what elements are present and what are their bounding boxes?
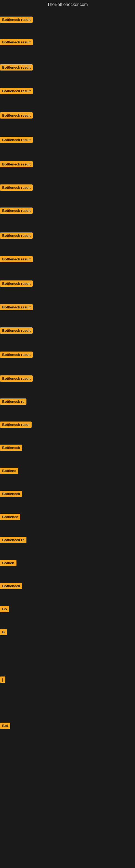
bottleneck-item-8: Bottleneck result	[0, 184, 33, 192]
bottleneck-item-24: Bottlen	[0, 560, 16, 567]
bottleneck-badge-19: Bottleneck	[0, 444, 22, 451]
bottleneck-badge-22: Bottlenec	[0, 514, 20, 520]
bottleneck-badge-24: Bottlen	[0, 560, 16, 566]
bottleneck-badge-13: Bottleneck result	[0, 304, 33, 310]
bottleneck-badge-9: Bottleneck result	[0, 208, 33, 214]
bottleneck-badge-27: B	[0, 629, 7, 635]
bottleneck-badge-10: Bottleneck result	[0, 232, 33, 239]
bottleneck-badge-16: Bottleneck result	[0, 375, 33, 382]
bottleneck-item-1: Bottleneck result	[0, 17, 33, 24]
bottleneck-item-3: Bottleneck result	[0, 64, 33, 72]
bottleneck-item-14: Bottleneck result	[0, 328, 33, 335]
bottleneck-item-19: Bottleneck	[0, 444, 22, 452]
bottleneck-item-7: Bottleneck result	[0, 161, 33, 168]
site-title: TheBottlenecker.com	[0, 0, 135, 9]
bottleneck-badge-4: Bottleneck result	[0, 88, 33, 94]
bottleneck-item-4: Bottleneck result	[0, 88, 33, 95]
bottleneck-item-29: |	[0, 677, 5, 684]
bottleneck-badge-29: |	[0, 677, 5, 683]
bottleneck-item-2: Bottleneck result	[0, 39, 33, 46]
bottleneck-item-12: Bottleneck result	[0, 280, 33, 288]
bottleneck-badge-2: Bottleneck result	[0, 39, 33, 45]
bottleneck-badge-12: Bottleneck result	[0, 280, 33, 287]
bottleneck-item-10: Bottleneck result	[0, 232, 33, 240]
bottleneck-item-5: Bottleneck result	[0, 112, 33, 120]
bottleneck-badge-7: Bottleneck result	[0, 161, 33, 167]
bottleneck-item-25: Bottleneck	[0, 583, 22, 590]
bottleneck-item-6: Bottleneck result	[0, 137, 33, 144]
bottleneck-item-27: B	[0, 629, 7, 637]
bottleneck-badge-8: Bottleneck result	[0, 184, 33, 191]
bottleneck-badge-6: Bottleneck result	[0, 137, 33, 143]
bottleneck-badge-31: Bot	[0, 723, 10, 729]
bottleneck-item-20: Bottlene	[0, 468, 18, 475]
bottleneck-item-15: Bottleneck result	[0, 351, 33, 359]
bottleneck-item-13: Bottleneck result	[0, 304, 33, 311]
bottleneck-badge-5: Bottleneck result	[0, 112, 33, 119]
bottleneck-item-22: Bottlenec	[0, 514, 20, 521]
bottleneck-badge-11: Bottleneck result	[0, 256, 33, 262]
bottleneck-badge-20: Bottlene	[0, 468, 18, 474]
bottleneck-badge-1: Bottleneck result	[0, 17, 33, 23]
bottleneck-badge-21: Bottleneck	[0, 491, 22, 497]
bottleneck-badge-14: Bottleneck result	[0, 328, 33, 334]
bottleneck-item-18: Bottleneck resul	[0, 422, 32, 429]
bottleneck-item-23: Bottleneck re	[0, 537, 27, 544]
bottleneck-item-9: Bottleneck result	[0, 208, 33, 215]
bottleneck-item-17: Bottleneck re	[0, 399, 27, 406]
bottleneck-item-31: Bot	[0, 723, 10, 730]
bottleneck-item-16: Bottleneck result	[0, 375, 33, 383]
bottleneck-badge-15: Bottleneck result	[0, 351, 33, 358]
bottleneck-badge-25: Bottleneck	[0, 583, 22, 589]
bottleneck-item-26: Bo	[0, 606, 9, 613]
bottleneck-item-21: Bottleneck	[0, 491, 22, 498]
bottleneck-badge-3: Bottleneck result	[0, 64, 33, 70]
bottleneck-badge-26: Bo	[0, 606, 9, 612]
bottleneck-badge-18: Bottleneck resul	[0, 422, 32, 428]
bottleneck-item-11: Bottleneck result	[0, 256, 33, 264]
bottleneck-badge-17: Bottleneck re	[0, 399, 27, 405]
bottleneck-badge-23: Bottleneck re	[0, 537, 27, 543]
